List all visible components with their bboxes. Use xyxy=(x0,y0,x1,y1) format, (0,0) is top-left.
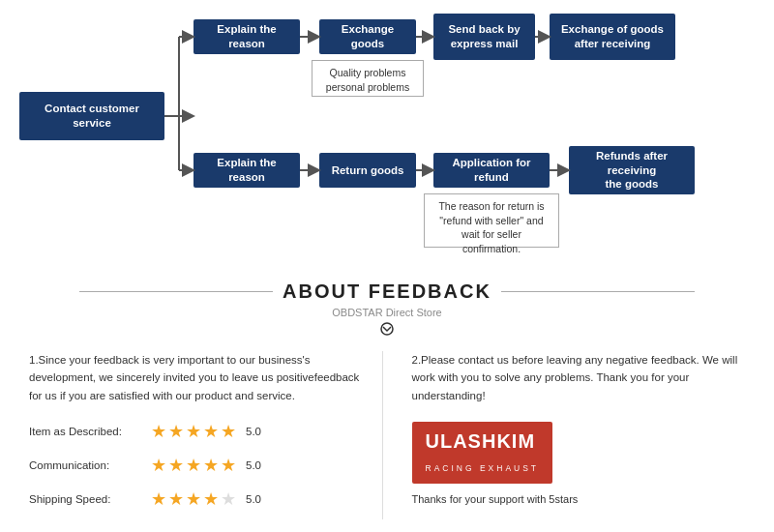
feedback-left-text: 1.Since your feedback is very important … xyxy=(29,351,363,404)
feedback-left: 1.Since your feedback is very important … xyxy=(29,351,383,519)
feedback-line-left xyxy=(79,291,273,292)
node-exchange-after: Exchange of goods after receiving xyxy=(550,14,675,60)
node-app-refund: Application for refund xyxy=(433,153,550,188)
stars-3: ★ ★ ★ ★ ★ xyxy=(151,486,236,514)
feedback-title-row: ABOUT FEEDBACK xyxy=(29,281,745,303)
rating-row-2: Communication: ★ ★ ★ ★ ★ 5.0 xyxy=(29,452,363,480)
rating-score-3: 5.0 xyxy=(246,490,261,508)
node-return-goods: Return goods xyxy=(319,153,416,188)
rating-label-2: Communication: xyxy=(29,457,145,474)
ulashkim-logo: ULASHKIM RACING EXHAUST xyxy=(412,422,553,484)
node-send-back: Send back by express mail xyxy=(433,14,535,60)
node-explain1: Explain the reason xyxy=(194,19,300,54)
svg-point-14 xyxy=(381,323,393,335)
feedback-columns: 1.Since your feedback is very important … xyxy=(29,351,745,519)
feedback-subtitle: OBDSTAR Direct Store xyxy=(29,307,745,318)
note-quality: Quality problems personal problems xyxy=(312,60,424,97)
feedback-chevron xyxy=(29,322,745,340)
rating-row-3: Shipping Speed: ★ ★ ★ ★ ★ 5.0 xyxy=(29,486,363,514)
rating-score-2: 5.0 xyxy=(246,457,261,474)
node-contact: Contact customer service xyxy=(19,92,164,140)
note-return-reason: The reason for return is "refund with se… xyxy=(424,193,559,248)
rating-row-1: Item as Described: ★ ★ ★ ★ ★ 5.0 xyxy=(29,418,363,446)
feedback-title: ABOUT FEEDBACK xyxy=(283,281,491,303)
node-exchange-goods: Exchange goods xyxy=(319,19,416,54)
rating-table: Item as Described: ★ ★ ★ ★ ★ 5.0 Communi… xyxy=(29,418,363,513)
rating-score-1: 5.0 xyxy=(246,423,261,440)
feedback-right-text: 2.Please contact us before leaving any n… xyxy=(412,351,746,404)
feedback-section: ABOUT FEEDBACK OBDSTAR Direct Store 1.Si… xyxy=(0,271,774,532)
flowchart-section: Contact customer service Explain the rea… xyxy=(0,0,774,271)
feedback-line-right xyxy=(501,291,695,292)
thanks-text: Thanks for your support with 5stars xyxy=(412,491,746,509)
node-explain2: Explain the reason xyxy=(194,153,300,188)
feedback-right: 2.Please contact us before leaving any n… xyxy=(402,351,746,519)
stars-1: ★ ★ ★ ★ ★ xyxy=(151,418,236,446)
rating-label-1: Item as Described: xyxy=(29,423,145,440)
rating-label-3: Shipping Speed: xyxy=(29,490,145,508)
stars-2: ★ ★ ★ ★ ★ xyxy=(151,452,236,480)
node-refund-after: Refunds after receiving the goods xyxy=(569,146,695,194)
